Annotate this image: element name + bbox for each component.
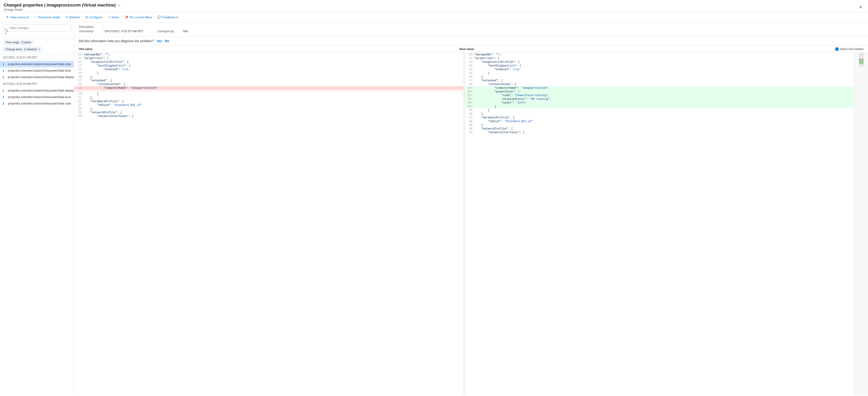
timestamp-label: Timestamp bbox=[79, 29, 102, 33]
diff-line-added: 20+ "powerState": { bbox=[465, 90, 854, 94]
refresh-label: Refresh bbox=[69, 15, 80, 19]
diff-line-added: 24+ } bbox=[465, 105, 854, 108]
feedback-question-text: Did this information help you diagnose t… bbox=[79, 39, 154, 43]
ellipsis-icon[interactable]: ··· bbox=[118, 3, 121, 7]
feedback-button[interactable]: 💬 Feedback ▾ bbox=[155, 14, 180, 20]
share-label: Share bbox=[111, 15, 119, 19]
share-button[interactable]: ↗ Share bbox=[105, 14, 122, 20]
minimap-added-line bbox=[859, 63, 864, 64]
diff-line: 26 "networkInterfaces": [ bbox=[74, 114, 463, 118]
minimap-line bbox=[859, 57, 864, 57]
right-panel: Description : Timestamp : 03/17/2021, 6:… bbox=[74, 22, 868, 395]
diff-line: 26 }, bbox=[465, 112, 854, 116]
change-item[interactable]: ℹ properties.extended.instanceView.power… bbox=[0, 87, 74, 94]
configure-label: Configure bbox=[89, 15, 102, 19]
diff-line: 15 } bbox=[465, 71, 854, 75]
resource-health-label: Resource health bbox=[38, 15, 60, 19]
old-diff-table: 10"managedBy": "", 11"properties": { 12 … bbox=[74, 53, 463, 118]
change-item-text: properties.extended.instanceView.powerSt… bbox=[8, 75, 74, 79]
time-range-label: Time range : Custom bbox=[5, 41, 31, 44]
changed-by-row: Changed By : N/A bbox=[157, 29, 188, 33]
diff-line: 22 "hardwareProfile": { bbox=[74, 100, 463, 103]
minimap-line bbox=[859, 55, 864, 55]
diff-line: 29 }, bbox=[465, 123, 854, 127]
diff-line: 15 } bbox=[74, 71, 463, 75]
filter-chips: Time range : Custom Change level : 2 sel… bbox=[0, 38, 74, 54]
search-input[interactable] bbox=[3, 25, 71, 31]
minimap-line bbox=[859, 55, 864, 56]
diff-line: 25 } bbox=[465, 108, 854, 112]
pin-icon: 📌 bbox=[125, 15, 128, 19]
heart-icon: ♡ bbox=[35, 15, 37, 19]
minimap-line bbox=[859, 58, 864, 58]
description-value: : bbox=[103, 25, 104, 29]
info-icon: ℹ bbox=[3, 62, 6, 66]
change-item[interactable]: ℹ properties.extended.instanceView.power… bbox=[0, 100, 74, 107]
view-full-context[interactable]: View Full Context bbox=[835, 47, 863, 51]
feedback-icon: 💬 bbox=[158, 15, 161, 19]
refresh-icon: ↻ bbox=[66, 15, 68, 19]
minimap-added-line bbox=[859, 61, 864, 61]
diff-line: 10"managedBy": "", bbox=[74, 53, 463, 57]
timestamp-row: Timestamp : 03/17/2021, 6:22:57 AM PDT bbox=[79, 29, 144, 33]
view-resource-label: View resource bbox=[10, 15, 29, 19]
diff-line: 17 "extended": { bbox=[74, 79, 463, 82]
diff-line: 31 "networkInterfaces": [ bbox=[465, 131, 854, 134]
diff-line: 25 "networkProfile": { bbox=[74, 111, 463, 114]
configure-button[interactable]: ⚙ Configure bbox=[83, 14, 104, 20]
minimap-added-line bbox=[859, 60, 864, 60]
date-header-2: 3/17/2021, 6:22:25 AM PDT bbox=[0, 80, 74, 87]
old-value-header: Old value bbox=[79, 47, 455, 51]
diff-separator bbox=[463, 53, 465, 395]
diff-line: 11"properties": { bbox=[74, 57, 463, 60]
configure-icon: ⚙ bbox=[85, 15, 88, 19]
old-value-pane[interactable]: 10"managedBy": "", 11"properties": { 12 … bbox=[74, 53, 463, 395]
left-panel: 🔍 « Time range : Custom Change level : 2… bbox=[0, 22, 74, 395]
change-level-chip[interactable]: Change level : 2 selected ✕ bbox=[3, 47, 43, 52]
feedback-no-button[interactable]: No bbox=[165, 39, 169, 43]
feedback-yes-button[interactable]: Yes bbox=[156, 39, 162, 43]
view-full-context-checkbox[interactable] bbox=[835, 47, 839, 51]
diff-line: 12 "diagnosticsProfile": { bbox=[74, 60, 463, 64]
diff-header: Old value New value View Full Context bbox=[74, 45, 868, 53]
change-item[interactable]: ℹ properties.extended.instanceView.power… bbox=[0, 67, 74, 74]
new-diff-table: 10"managedBy": "", 11"properties": { 12 … bbox=[465, 53, 854, 134]
diff-line: 18 "instanceView": { bbox=[74, 82, 463, 86]
collapse-panel-button[interactable]: « bbox=[3, 31, 8, 35]
view-resource-button[interactable]: 👁 View resource bbox=[4, 14, 31, 20]
diff-line: 14 "enabled": true bbox=[74, 68, 463, 71]
diff-line-deleted: 19 "computerName": "imageprocessvm" bbox=[74, 86, 463, 90]
change-item[interactable]: ℹ properties.extended.instanceView.power… bbox=[0, 74, 74, 80]
diff-line: 20 } bbox=[74, 92, 463, 96]
title-bar: Changed properties | imageprocessvm (Vir… bbox=[0, 0, 868, 12]
time-range-chip[interactable]: Time range : Custom bbox=[3, 40, 34, 45]
chevron-down-icon: ▾ bbox=[177, 15, 178, 19]
timestamp-changed-by-row: Timestamp : 03/17/2021, 6:22:57 AM PDT C… bbox=[79, 29, 863, 34]
diff-line: 16 }, bbox=[465, 75, 854, 79]
minimap-line bbox=[859, 64, 864, 65]
refresh-button[interactable]: ↻ Refresh bbox=[64, 14, 82, 20]
diff-line: 28 "vmSize": "Standard_DS1_v2" bbox=[465, 120, 854, 123]
meta-section: Description : Timestamp : 03/17/2021, 6:… bbox=[74, 22, 868, 37]
diff-line: 18 "instanceView": { bbox=[465, 82, 854, 86]
change-item[interactable]: ℹ properties.extended.instanceView.power… bbox=[0, 61, 74, 67]
change-level-chip-close[interactable]: ✕ bbox=[38, 48, 40, 51]
diff-line: 24 }, bbox=[74, 107, 463, 111]
diff-line: 17 "extended": { bbox=[465, 79, 854, 82]
pin-filters-button[interactable]: 📌 Pin current filters bbox=[122, 14, 154, 20]
share-icon: ↗ bbox=[108, 15, 111, 19]
main-layout: 🔍 « Time range : Custom Change level : 2… bbox=[0, 22, 868, 395]
feedback-question: Did this information help you diagnose t… bbox=[74, 37, 868, 45]
new-value-pane[interactable]: 10"managedBy": "", 11"properties": { 12 … bbox=[465, 53, 854, 395]
close-button[interactable]: ✕ bbox=[857, 4, 864, 11]
date-header-1: 3/17/2021, 6:22:57 AM PDT bbox=[0, 54, 74, 61]
toolbar: 👁 View resource ♡ Resource health ↻ Refr… bbox=[0, 12, 868, 22]
changed-by-label: Changed By bbox=[157, 29, 181, 33]
change-item-text: properties.extended.instanceView.powerSt… bbox=[8, 89, 74, 92]
change-item[interactable]: ℹ properties.extended.instanceView.power… bbox=[0, 94, 74, 100]
change-item-text: properties.extended.instanceView.powerSt… bbox=[8, 96, 71, 99]
resource-health-button[interactable]: ♡ Resource health bbox=[32, 14, 63, 20]
diff-line-added: 19+ "computerName": "imageprocessvm", bbox=[465, 86, 854, 90]
minimap-line bbox=[859, 66, 864, 67]
minimap-line bbox=[859, 65, 864, 65]
